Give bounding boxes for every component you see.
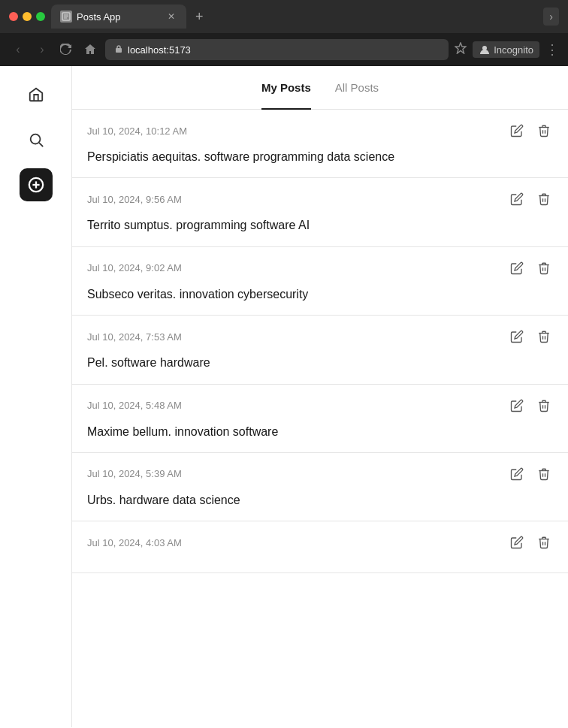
tab-title: Posts App [77,11,161,23]
post-header: Jul 10, 2024, 10:12 AM [87,122,553,140]
post-header: Jul 10, 2024, 9:56 AM [87,190,553,208]
post-timestamp: Jul 10, 2024, 5:48 AM [87,400,182,411]
post-item: Jul 10, 2024, 4:03 AM [72,521,568,573]
delete-post-button[interactable] [535,190,553,208]
address-bar: ‹ › localhost:5173 [0,33,568,66]
svg-marker-5 [455,43,466,53]
post-header: Jul 10, 2024, 9:02 AM [87,259,553,277]
svg-point-7 [30,134,40,144]
browser-titlebar: Posts App ✕ + › [0,0,568,33]
delete-post-button[interactable] [535,465,553,483]
delete-post-button[interactable] [535,122,553,140]
post-header: Jul 10, 2024, 7:53 AM [87,328,553,346]
edit-post-button[interactable] [508,328,526,346]
post-title: Pel. software hardware [87,355,553,371]
address-input[interactable]: localhost:5173 [105,39,449,60]
post-item: Jul 10, 2024, 5:48 AM [72,385,568,453]
maximize-traffic-light[interactable] [36,12,45,21]
main-content: My Posts All Posts Jul 10, 2024, 10:12 A… [72,66,568,727]
post-item: Jul 10, 2024, 9:56 AM [72,178,568,246]
edit-post-button[interactable] [508,122,526,140]
post-item: Jul 10, 2024, 5:39 AM [72,453,568,521]
reload-button[interactable] [57,41,75,59]
post-title: Maxime bellum. innovation software [87,424,553,440]
tab-favicon [60,11,72,23]
edit-post-button[interactable] [508,259,526,277]
delete-post-button[interactable] [535,328,553,346]
post-title: Territo sumptus. programming software AI [87,217,553,234]
post-list: Jul 10, 2024, 10:12 AM [72,110,568,573]
post-actions [508,328,553,346]
sidebar-add-button[interactable] [20,168,53,201]
incognito-label: Incognito [494,44,533,56]
home-button[interactable] [81,41,99,59]
tab-navigation: My Posts All Posts [72,66,568,110]
post-actions [508,465,553,483]
tab-all-posts[interactable]: All Posts [335,78,379,97]
incognito-button[interactable]: Incognito [473,41,539,58]
sidebar-search-button[interactable] [20,123,53,156]
back-button[interactable]: ‹ [9,41,27,59]
post-header: Jul 10, 2024, 5:39 AM [87,465,553,483]
address-text: localhost:5173 [128,44,191,56]
browser-menu-button[interactable]: ⋮ [545,41,559,58]
post-title: Urbs. hardware data science [87,492,553,509]
post-title: Perspiciatis aequitas. software programm… [87,149,553,165]
post-timestamp: Jul 10, 2024, 9:56 AM [87,194,182,205]
post-timestamp: Jul 10, 2024, 4:03 AM [87,537,182,548]
sidebar-home-button[interactable] [20,78,53,111]
tab-bar: Posts App ✕ + [51,5,537,29]
traffic-lights [9,12,45,21]
post-timestamp: Jul 10, 2024, 10:12 AM [87,125,187,137]
active-tab[interactable]: Posts App ✕ [51,5,186,29]
delete-post-button[interactable] [535,259,553,277]
app-container: My Posts All Posts Jul 10, 2024, 10:12 A… [0,66,568,727]
post-actions [508,122,553,140]
post-item: Jul 10, 2024, 10:12 AM [72,110,568,178]
edit-post-button[interactable] [508,397,526,415]
post-actions [508,190,553,208]
svg-line-8 [39,143,43,147]
delete-post-button[interactable] [535,533,553,551]
close-traffic-light[interactable] [9,12,18,21]
browser-chrome: Posts App ✕ + › ‹ › [0,0,568,66]
delete-post-button[interactable] [535,397,553,415]
post-header: Jul 10, 2024, 4:03 AM [87,533,553,551]
new-tab-button[interactable]: + [189,9,210,25]
post-item: Jul 10, 2024, 9:02 AM [72,247,568,316]
lock-icon [114,44,123,56]
tab-expand-button[interactable]: › [543,8,559,26]
post-title: Subseco veritas. innovation cybersecurit… [87,286,553,303]
bookmark-button[interactable] [455,42,467,57]
minimize-traffic-light[interactable] [23,12,32,21]
post-actions [508,397,553,415]
post-timestamp: Jul 10, 2024, 7:53 AM [87,331,182,343]
post-timestamp: Jul 10, 2024, 9:02 AM [87,262,182,273]
tab-close-button[interactable]: ✕ [165,11,177,23]
svg-rect-4 [116,48,122,53]
edit-post-button[interactable] [508,190,526,208]
edit-post-button[interactable] [508,465,526,483]
post-actions [508,259,553,277]
sidebar [0,66,72,727]
post-header: Jul 10, 2024, 5:48 AM [87,397,553,415]
edit-post-button[interactable] [508,533,526,551]
post-item: Jul 10, 2024, 7:53 AM [72,316,568,384]
post-actions [508,533,553,551]
forward-button[interactable]: › [33,41,51,59]
tab-my-posts[interactable]: My Posts [261,78,311,97]
post-timestamp: Jul 10, 2024, 5:39 AM [87,468,182,479]
